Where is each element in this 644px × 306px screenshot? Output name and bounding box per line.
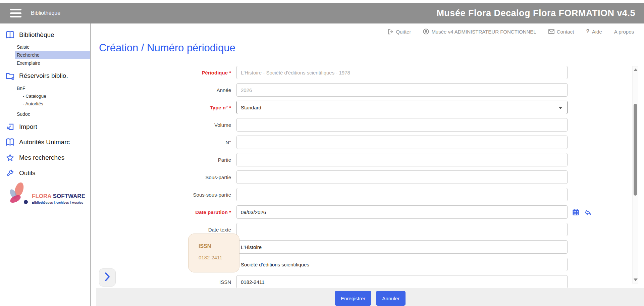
type-numero-label: Type n° * (91, 105, 236, 110)
form-row: Date parution * (91, 205, 638, 219)
creation-form: Périodique * Année Type n° * Standard Vo… (91, 66, 638, 293)
partie-label: Partie (91, 157, 236, 163)
issn-tooltip-value: 0182-2411 (199, 255, 239, 260)
app-title: Musée Flora Decalog Flora FORMATION v4.5 (436, 3, 635, 23)
periodique-label: Périodique * (91, 70, 236, 75)
import-icon (5, 122, 15, 131)
numero-label: N° (91, 140, 236, 145)
sidebar-item-mes-recherches[interactable]: Mes recherches (0, 152, 90, 164)
cancel-button[interactable]: Annuler (376, 291, 406, 306)
contact-link[interactable]: Contact (548, 29, 574, 35)
form-row: Date texte (91, 223, 638, 236)
form-row: Partie (91, 153, 638, 166)
form-row: Type n° * Standard (91, 101, 638, 114)
form-row (91, 240, 638, 254)
folder-globe-icon (5, 71, 15, 80)
issn-tooltip-label: ISSN (199, 243, 239, 249)
sous-partie-input[interactable] (236, 170, 568, 184)
form-row (91, 258, 638, 271)
form-row: N° (91, 136, 638, 149)
calendar-icon[interactable] (572, 209, 579, 216)
volume-input[interactable] (236, 118, 568, 132)
sidebar-item-recherche[interactable]: Recherche (15, 51, 90, 59)
sidebar-item-saisie[interactable]: Saisie (15, 43, 90, 51)
date-parution-label: Date parution * (91, 209, 236, 215)
footer-bar: Enregistrer Annuler (96, 288, 644, 306)
form-row: Sous-partie (91, 170, 638, 184)
envelope-icon (548, 29, 554, 34)
titre-periodique-input[interactable] (236, 240, 568, 254)
sidebar-item-exemplaire[interactable]: Exemplaire (15, 59, 90, 67)
chevron-down-icon (558, 107, 562, 109)
date-parution-input[interactable] (236, 205, 568, 219)
sidebar-item-import[interactable]: Import (0, 121, 90, 133)
chevron-right-icon (104, 272, 111, 283)
topbar-module-label: Bibliothèque (31, 10, 60, 16)
scroll-up-arrow-icon[interactable] (634, 68, 638, 71)
form-row: Périodique * (91, 66, 638, 79)
volume-label: Volume (91, 122, 236, 128)
periodique-input[interactable] (236, 66, 568, 79)
sous-partie-label: Sous-partie (91, 174, 236, 180)
top-bar: Bibliothèque Musée Flora Decalog Flora F… (0, 3, 644, 23)
sidebar-item-bnf-autorites[interactable]: - Autorités (21, 100, 90, 108)
sidebar-item-sudoc[interactable]: Sudoc (15, 110, 90, 118)
sous-sous-partie-input[interactable] (236, 188, 568, 201)
question-mark-icon: ? (586, 28, 589, 35)
form-row: Volume (91, 118, 638, 132)
type-numero-select[interactable]: Standard (236, 101, 568, 114)
aide-link[interactable]: ? Aide (586, 28, 602, 35)
annee-input[interactable] (236, 83, 568, 97)
header-links: Quitter Musée v4 ADMINISTRATEUR FONCTION… (91, 24, 634, 39)
partie-input[interactable] (236, 153, 568, 166)
user-icon (423, 29, 429, 35)
svg-text:FLORA SOFTWARE: FLORA SOFTWARE (32, 193, 85, 199)
issn-tooltip: ISSN 0182-2411 (188, 234, 239, 272)
logo-tagline: Bibliothèques | Archives | Musées (32, 201, 83, 204)
hamburger-menu-icon[interactable] (10, 9, 21, 17)
sidebar-item-outils[interactable]: Outils (0, 167, 90, 179)
expand-panel-button[interactable] (99, 268, 116, 287)
sidebar-item-bibliotheque[interactable]: Bibliothèque (0, 29, 90, 41)
exit-icon (388, 29, 393, 35)
date-texte-input[interactable] (236, 223, 568, 236)
editeur-input[interactable] (236, 258, 568, 271)
sidebar-item-reservoirs[interactable]: Réservoirs biblio. (0, 70, 90, 82)
book-icon (5, 31, 15, 39)
form-row: ISSN (91, 275, 638, 289)
user-account-link[interactable]: Musée v4 ADMINISTRATEUR FONCTIONNEL (423, 29, 536, 35)
sidebar-item-autorites-unimarc[interactable]: Autorités Unimarc (0, 136, 90, 148)
apropos-link[interactable]: A propos (614, 29, 634, 35)
date-texte-label: Date texte (91, 227, 236, 233)
save-button[interactable]: Enregistrer (335, 291, 371, 306)
vertical-scrollbar[interactable] (632, 66, 638, 284)
scrollbar-thumb[interactable] (634, 104, 637, 196)
quitter-link[interactable]: Quitter (388, 29, 411, 35)
form-row: Sous-sous-partie (91, 188, 638, 201)
wrench-icon (5, 169, 15, 177)
undo-icon[interactable] (584, 209, 592, 216)
sous-sous-partie-label: Sous-sous-partie (91, 192, 236, 198)
star-icon (5, 153, 15, 162)
page-title: Création / Numéro périodique (99, 42, 235, 54)
form-row: Année (91, 83, 638, 97)
numero-input[interactable] (236, 136, 568, 149)
scroll-down-arrow-icon[interactable] (634, 278, 638, 281)
issn-input[interactable] (236, 275, 568, 289)
annee-label: Année (91, 87, 236, 93)
sidebar-item-bnf[interactable]: BnF (15, 84, 90, 92)
sidebar: Bibliothèque Saisie Recherche Exemplaire… (0, 23, 91, 306)
sidebar-item-bnf-catalogue[interactable]: - Catalogue (21, 92, 90, 100)
flora-software-logo: FLORA SOFTWARE Bibliothèques | Archives … (3, 180, 89, 214)
book-icon (5, 138, 15, 147)
